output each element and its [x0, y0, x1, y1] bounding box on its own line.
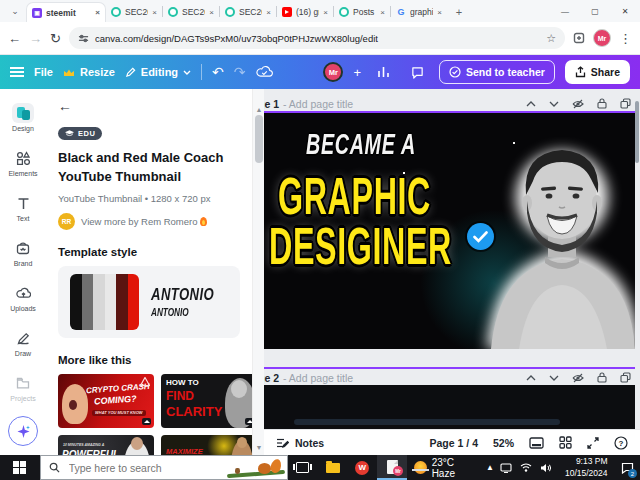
verified-badge-icon[interactable] [467, 223, 494, 250]
sidebar-item-brand[interactable]: Brand [1, 230, 45, 275]
start-button[interactable] [0, 455, 40, 480]
template-style-card[interactable]: ANTONIO ANTONIO [58, 266, 240, 338]
search-input[interactable] [67, 461, 197, 475]
lock-page-icon[interactable] [597, 372, 607, 383]
scrollbar-thumb[interactable] [255, 115, 263, 163]
site-info-icon[interactable] [78, 33, 89, 44]
sidebar-item-draw[interactable]: Draw [1, 320, 45, 365]
address-bar[interactable]: canva.com/design/DAGTs9sPxM0/uv73obqP0tP… [69, 27, 565, 49]
page2-title-placeholder[interactable]: - Add page title [283, 372, 526, 384]
back-icon[interactable]: ← [8, 32, 21, 45]
template-thumbnail-clarity[interactable]: HOW TO FIND CLARITY [161, 374, 252, 428]
page-indicator[interactable]: Page 1 / 4 [430, 437, 478, 449]
zoom-level[interactable]: 52% [493, 437, 514, 449]
duplicate-page-icon[interactable] [620, 372, 631, 383]
tab-close-icon[interactable]: × [266, 8, 271, 17]
active-document-button[interactable]: Mr [377, 455, 407, 480]
scrollbar-thumb[interactable] [635, 101, 639, 163]
design-line1-text[interactable]: GRAPHIC [278, 170, 431, 222]
tab-posts[interactable]: Posts b... × [334, 2, 390, 22]
template-thumbnail-motivation[interactable]: 10 MINUTES AMAZING A POWERFUL MOTIVATION [58, 435, 154, 455]
view-more-link[interactable]: View more by Rem Romero [81, 216, 198, 227]
lock-page-icon[interactable] [597, 98, 607, 109]
presenter-view-icon[interactable] [529, 437, 544, 449]
page1-design[interactable]: BECAME A GRAPHIC DESIGINER [264, 113, 635, 349]
move-page-up-icon[interactable] [526, 101, 536, 107]
tab-close-icon[interactable]: × [437, 8, 442, 17]
tab-sec-3[interactable]: SEC20... × [220, 2, 276, 22]
comments-button[interactable] [405, 60, 429, 84]
taskbar-search[interactable] [40, 455, 288, 480]
move-page-down-icon[interactable] [549, 101, 559, 107]
maximize-button[interactable]: ▢ [580, 0, 610, 22]
author-row[interactable]: RR View more by Rem Romero [58, 213, 240, 230]
file-explorer-button[interactable] [318, 455, 348, 480]
hide-page-icon[interactable] [572, 99, 584, 109]
tab-search-chevron-icon[interactable]: ⌄ [6, 2, 24, 20]
editing-mode-dropdown[interactable]: Editing [125, 66, 191, 78]
tab-close-icon[interactable]: × [323, 8, 328, 17]
add-member-button[interactable]: + [353, 65, 361, 80]
tab-steemit[interactable]: ▣ steemit × [26, 2, 106, 22]
taskbar-weather[interactable]: 23°C Haze [407, 457, 486, 479]
bookmark-star-icon[interactable]: ☆ [546, 32, 556, 45]
template-thumbnail-gains[interactable]: MAXIMIZE YOUR GAINS [161, 435, 252, 455]
tab-close-icon[interactable]: × [95, 8, 100, 17]
browser-profile-avatar[interactable]: Mr [593, 29, 611, 47]
back-arrow-icon[interactable]: ← [58, 99, 240, 113]
send-to-teacher-button[interactable]: Send to teacher [439, 60, 555, 84]
insights-button[interactable] [371, 60, 395, 84]
user-avatar[interactable]: Mr [323, 62, 343, 82]
tray-expand-icon[interactable]: ▲ [486, 463, 494, 472]
browser-menu-icon[interactable]: ⋮ [619, 32, 632, 45]
action-center-button[interactable]: 2 [615, 455, 640, 480]
magic-assistant-button[interactable] [8, 416, 38, 446]
tab-close-icon[interactable]: × [380, 8, 385, 17]
sidebar-item-elements[interactable]: Elements [1, 140, 45, 185]
task-view-button[interactable] [288, 455, 318, 480]
tab-sec-2[interactable]: SEC20... × [163, 2, 219, 22]
tab-youtube[interactable]: (16) gr... × [277, 2, 333, 22]
tab-close-icon[interactable]: × [209, 8, 214, 17]
reload-icon[interactable]: ↻ [50, 32, 61, 45]
display-tray-icon[interactable] [500, 463, 512, 473]
design-line2-text[interactable]: DESIGINER [269, 220, 452, 272]
tab-google-search[interactable]: G graphic... × [391, 2, 447, 22]
grid-view-icon[interactable] [559, 436, 572, 449]
extension-icon[interactable] [573, 32, 585, 44]
minimize-button[interactable]: — [550, 0, 580, 22]
volume-icon[interactable] [540, 463, 552, 473]
page1-title-placeholder[interactable]: - Add page title [283, 98, 526, 110]
file-menu[interactable]: File [34, 66, 53, 78]
tab-close-icon[interactable]: × [152, 8, 157, 17]
new-tab-button[interactable]: + [451, 4, 467, 20]
design-kicker-text[interactable]: BECAME A [306, 128, 416, 161]
forward-icon[interactable]: → [29, 32, 42, 45]
sidebar-item-uploads[interactable]: Uploads [1, 275, 45, 320]
sidebar-item-design[interactable]: Design [1, 95, 45, 140]
fullscreen-icon[interactable] [587, 437, 599, 449]
sidebar-item-text[interactable]: Text [1, 185, 45, 230]
close-button[interactable]: ✕ [610, 0, 640, 22]
template-thumbnail-crypto[interactable]: CRYPTO CRASH COMING? WHAT YOU MUST KNOW [58, 374, 154, 428]
help-icon[interactable]: ? [614, 436, 628, 450]
hide-page-icon[interactable] [572, 373, 584, 383]
page2-design[interactable] [264, 385, 635, 429]
sidebar-item-projects[interactable]: Projects [1, 365, 45, 410]
share-button[interactable]: Share [565, 60, 630, 84]
resize-button[interactable]: Resize [63, 66, 115, 78]
search-highlight-squirrel-image[interactable] [227, 455, 285, 479]
canvas-scrollbar[interactable] [635, 89, 640, 429]
wifi-icon[interactable] [520, 463, 532, 472]
duplicate-page-icon[interactable] [620, 98, 631, 109]
tab-sec-1[interactable]: SEC20... × [106, 2, 162, 22]
move-page-down-icon[interactable] [549, 375, 559, 381]
move-page-up-icon[interactable] [526, 375, 536, 381]
wps-office-button[interactable]: W [347, 455, 377, 480]
notes-button[interactable]: Notes [276, 437, 324, 449]
menu-icon[interactable] [10, 67, 24, 77]
undo-button[interactable]: ↶ [212, 64, 224, 80]
panel-scrollbar[interactable]: ▲ ▼ [252, 89, 264, 455]
url-text[interactable]: canva.com/design/DAGTs9sPxM0/uv73obqP0tP… [95, 33, 540, 44]
redo-button[interactable]: ↷ [234, 64, 246, 80]
